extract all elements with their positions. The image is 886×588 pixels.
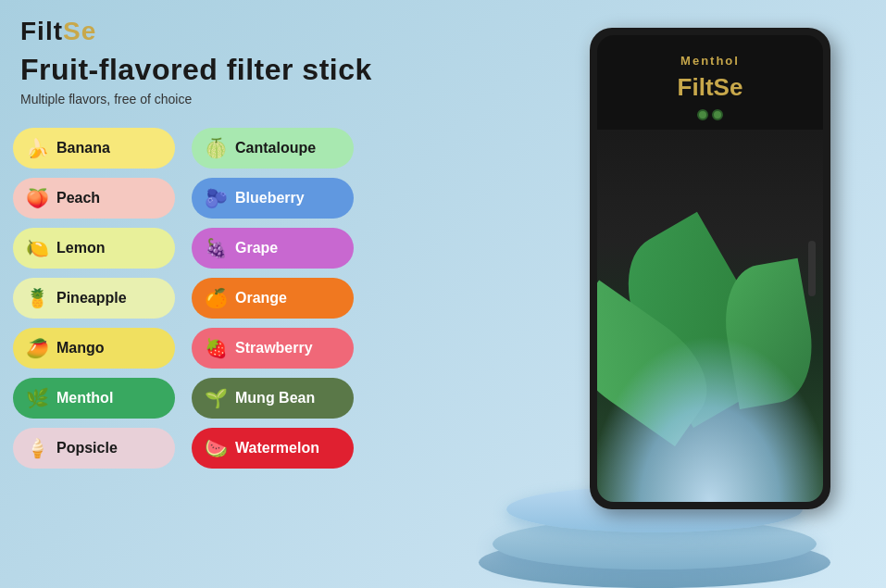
banana-label: Banana <box>56 140 110 156</box>
device-dot-1 <box>697 109 708 120</box>
strawberry-label: Strawberry <box>235 340 313 357</box>
mungbean-icon: 🌱 <box>205 387 228 409</box>
pineapple-icon: 🍍 <box>26 287 49 309</box>
device-menthol-label: Menthol <box>680 54 740 68</box>
device-logo-area: Menthol FiltSe <box>597 35 823 130</box>
flavor-pill-pineapple[interactable]: 🍍Pineapple <box>13 278 175 319</box>
watermelon-label: Watermelon <box>235 440 319 457</box>
flavor-pill-mungbean[interactable]: 🌱Mung Bean <box>192 378 354 419</box>
flavor-pill-peach[interactable]: 🍑Peach <box>13 178 175 219</box>
peach-icon: 🍑 <box>26 187 49 209</box>
strawberry-icon: 🍓 <box>205 337 228 359</box>
device-logo-filt: Filt <box>678 73 714 101</box>
flavor-pill-cantaloupe[interactable]: 🍈Cantaloupe <box>192 128 354 169</box>
grape-label: Grape <box>235 240 278 256</box>
device-brand-logo: FiltSe <box>678 73 743 102</box>
cantaloupe-icon: 🍈 <box>205 137 228 159</box>
popsicle-icon: 🍦 <box>26 437 49 459</box>
cantaloupe-label: Cantaloupe <box>235 140 316 156</box>
flavor-pill-watermelon[interactable]: 🍉Watermelon <box>192 428 354 469</box>
peach-label: Peach <box>56 190 100 206</box>
pineapple-label: Pineapple <box>56 290 127 307</box>
menthol-icon: 🌿 <box>26 387 49 409</box>
device-logo-se: Se <box>714 73 743 101</box>
brand-header: FiltSe <box>20 17 96 46</box>
device-screen: Menthol FiltSe <box>597 35 823 502</box>
watermelon-icon: 🍉 <box>205 437 228 459</box>
page-subtitle: Multiple flavors, free of choice <box>20 92 372 106</box>
mango-icon: 🥭 <box>26 337 49 359</box>
device-side-button[interactable] <box>808 241 816 296</box>
flavor-pill-mango[interactable]: 🥭Mango <box>13 328 175 369</box>
blueberry-icon: 🫐 <box>205 187 228 209</box>
flavor-pill-blueberry[interactable]: 🫐Blueberry <box>192 178 354 219</box>
device-mockup: Menthol FiltSe <box>571 28 858 546</box>
lemon-icon: 🍋 <box>26 237 49 259</box>
device-outer: Menthol FiltSe <box>590 28 830 509</box>
mungbean-label: Mung Bean <box>235 390 315 407</box>
device-image-area <box>597 130 823 502</box>
flavor-pill-popsicle[interactable]: 🍦Popsicle <box>13 428 175 469</box>
flavor-pill-banana[interactable]: 🍌Banana <box>13 128 175 169</box>
banana-icon: 🍌 <box>26 137 49 159</box>
flavor-pill-strawberry[interactable]: 🍓Strawberry <box>192 328 354 369</box>
ice-visual <box>597 335 823 502</box>
flavor-pill-lemon[interactable]: 🍋Lemon <box>13 228 175 269</box>
logo-filt: Filt <box>20 17 63 45</box>
title-section: Fruit-flavored filter stick Multiple fla… <box>20 54 372 106</box>
orange-icon: 🍊 <box>205 287 228 309</box>
popsicle-label: Popsicle <box>56 440 118 457</box>
mango-label: Mango <box>56 340 105 357</box>
mint-visual <box>597 130 823 502</box>
grape-icon: 🍇 <box>205 237 228 259</box>
menthol-label: Menthol <box>56 390 113 407</box>
flavors-grid: 🍌Banana🍈Cantaloupe🍑Peach🫐Blueberry🍋Lemon… <box>13 128 354 469</box>
brand-logo: FiltSe <box>20 17 96 46</box>
device-indicator-dots <box>697 109 723 120</box>
flavor-pill-menthol[interactable]: 🌿Menthol <box>13 378 175 419</box>
flavor-pill-grape[interactable]: 🍇Grape <box>192 228 354 269</box>
page-title: Fruit-flavored filter stick <box>20 54 372 86</box>
logo-se: Se <box>63 17 96 45</box>
lemon-label: Lemon <box>56 240 105 256</box>
flavor-pill-orange[interactable]: 🍊Orange <box>192 278 354 319</box>
device-dot-2 <box>712 109 723 120</box>
blueberry-label: Blueberry <box>235 190 305 206</box>
orange-label: Orange <box>235 290 287 307</box>
